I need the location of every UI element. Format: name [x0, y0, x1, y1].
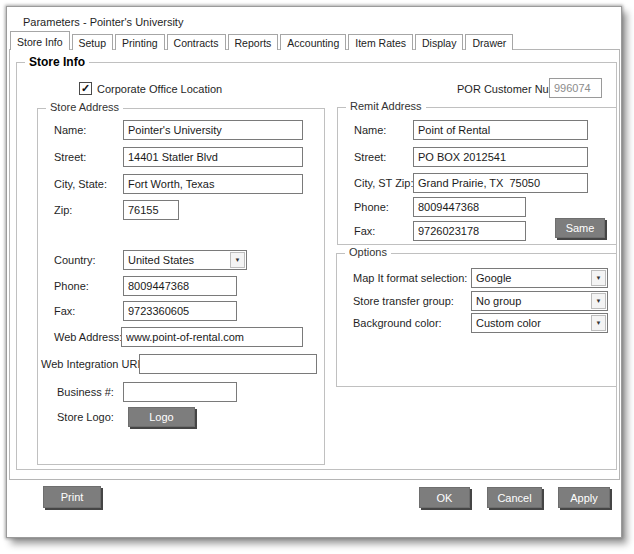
chevron-down-icon: ▼	[235, 257, 241, 263]
store-phone-label: Phone:	[54, 280, 89, 292]
transfer-dropdown-button[interactable]: ▼	[591, 293, 606, 309]
tab-reports[interactable]: Reports	[228, 34, 279, 50]
background-color-value: Custom color	[476, 317, 541, 329]
corporate-office-checkbox[interactable]: ✓	[79, 82, 92, 95]
store-zip-field[interactable]	[123, 200, 179, 220]
chevron-down-icon: ▼	[596, 320, 602, 326]
remit-city-st-zip-label: City, ST Zip:	[354, 177, 414, 189]
tab-store-info[interactable]: Store Info	[10, 31, 70, 50]
tab-display[interactable]: Display	[415, 34, 463, 50]
tab-drawer[interactable]: Drawer	[465, 34, 513, 50]
store-city-state-field[interactable]	[123, 174, 303, 194]
store-info-tab-page: Store Info ✓ Corporate Office Location P…	[9, 49, 620, 480]
cancel-button[interactable]: Cancel	[487, 487, 542, 508]
remit-street-field[interactable]	[413, 147, 588, 167]
store-zip-label: Zip:	[54, 204, 72, 216]
remit-name-label: Name:	[354, 124, 386, 136]
tab-accounting[interactable]: Accounting	[280, 34, 346, 50]
store-transfer-group-label: Store transfer group:	[353, 295, 454, 307]
store-country-value: United States	[128, 254, 194, 266]
store-transfer-group-dropdown[interactable]: No group ▼	[471, 291, 608, 311]
store-info-group-title: Store Info	[25, 55, 89, 69]
store-country-label: Country:	[54, 254, 96, 266]
remit-phone-label: Phone:	[354, 201, 389, 213]
remit-street-label: Street:	[354, 151, 386, 163]
remit-name-field[interactable]	[413, 120, 588, 140]
options-group-title: Options	[345, 246, 391, 258]
parameters-window: Parameters - Pointer's University Store …	[6, 6, 622, 538]
tab-setup[interactable]: Setup	[72, 34, 113, 50]
map-it-format-label: Map It format selection:	[353, 272, 467, 284]
country-dropdown-button[interactable]: ▼	[230, 252, 245, 268]
store-country-dropdown[interactable]: United States ▼	[123, 250, 247, 270]
remit-address-group-title: Remit Address	[346, 100, 426, 112]
store-info-groupbox: Store Info ✓ Corporate Office Location P…	[16, 62, 617, 470]
store-city-state-label: City, State:	[54, 178, 107, 190]
business-number-field[interactable]	[123, 382, 237, 402]
tab-printing[interactable]: Printing	[115, 34, 165, 50]
store-transfer-group-value: No group	[476, 295, 521, 307]
tab-contracts[interactable]: Contracts	[167, 34, 226, 50]
store-web-address-label: Web Address:	[54, 331, 122, 343]
background-color-label: Background color:	[353, 317, 442, 329]
store-street-label: Street:	[54, 151, 86, 163]
chevron-down-icon: ▼	[596, 275, 602, 281]
map-it-format-dropdown[interactable]: Google ▼	[471, 268, 608, 288]
print-button[interactable]: Print	[43, 486, 101, 508]
map-it-format-value: Google	[476, 272, 511, 284]
tab-bar: Store Info Setup Printing Contracts Repo…	[10, 31, 515, 50]
map-it-dropdown-button[interactable]: ▼	[591, 270, 606, 286]
store-name-label: Name:	[54, 124, 86, 136]
options-groupbox: Options Map It format selection: Google …	[336, 253, 617, 387]
web-integration-url-field[interactable]	[139, 354, 317, 374]
business-number-label: Business #:	[57, 386, 114, 398]
tab-item-rates[interactable]: Item Rates	[348, 34, 413, 50]
corporate-office-label: Corporate Office Location	[97, 83, 222, 95]
store-fax-field[interactable]	[123, 301, 237, 321]
remit-fax-field[interactable]	[413, 221, 526, 241]
window-title: Parameters - Pointer's University	[23, 16, 183, 28]
store-name-field[interactable]	[123, 120, 303, 140]
remit-city-st-zip-field[interactable]	[413, 173, 588, 193]
por-customer-number-field	[549, 78, 602, 98]
remit-address-groupbox: Remit Address Name: Street: City, ST Zip…	[337, 107, 617, 245]
store-street-field[interactable]	[123, 147, 303, 167]
ok-button[interactable]: OK	[419, 487, 470, 508]
store-fax-label: Fax:	[54, 305, 75, 317]
store-address-groupbox: Store Address Name: Street: City, State:…	[37, 108, 325, 465]
logo-button[interactable]: Logo	[128, 407, 195, 427]
web-integration-url-label: Web Integration URL:	[41, 358, 147, 370]
check-icon: ✓	[81, 83, 90, 94]
same-button[interactable]: Same	[555, 218, 605, 238]
chevron-down-icon: ▼	[596, 298, 602, 304]
store-address-group-title: Store Address	[46, 101, 123, 113]
remit-fax-label: Fax:	[354, 225, 375, 237]
background-color-dropdown[interactable]: Custom color ▼	[471, 313, 608, 333]
store-phone-field[interactable]	[123, 276, 237, 296]
remit-phone-field[interactable]	[413, 197, 526, 217]
store-logo-label: Store Logo:	[57, 411, 114, 423]
apply-button[interactable]: Apply	[558, 487, 610, 508]
store-web-address-field[interactable]	[121, 327, 303, 347]
background-dropdown-button[interactable]: ▼	[591, 315, 606, 331]
